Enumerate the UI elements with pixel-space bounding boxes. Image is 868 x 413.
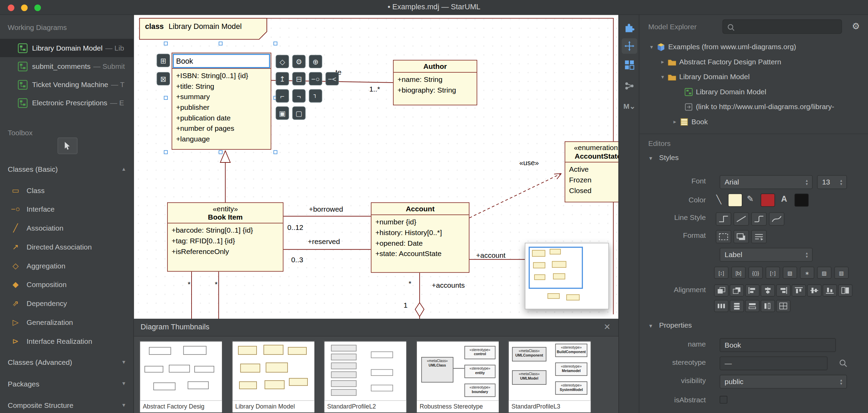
expand-arrow-icon[interactable]: ▾ [648, 44, 655, 50]
expand-arrow-icon[interactable]: ▾ [659, 74, 666, 80]
tool-dependency[interactable]: ⇗Dependency [0, 294, 134, 313]
format-toggle-1-button[interactable]: [↕] [714, 267, 729, 279]
attribute[interactable]: +name: String [398, 74, 473, 85]
distribute-horizontal-button[interactable] [714, 300, 729, 312]
quick-frame-button[interactable]: ▢ [292, 106, 306, 120]
quick-connector-2-button[interactable]: ⌐ [292, 89, 306, 103]
quick-style-button[interactable]: ◇ [276, 55, 289, 68]
search-input[interactable] [737, 21, 837, 33]
attribute[interactable]: +publication date [176, 113, 267, 123]
tree-item-hyperlink[interactable]: (link to http://www.uml-diagrams.org/lib… [639, 99, 868, 114]
format-toggle-2-button[interactable]: [b] [731, 267, 746, 279]
send-to-back-button[interactable] [730, 284, 744, 296]
properties-section-header[interactable]: ▼ Properties [648, 321, 692, 329]
line-style-oblique-button[interactable] [734, 212, 749, 226]
attribute[interactable]: +opened: Date [375, 238, 465, 248]
close-icon[interactable]: ✕ [604, 322, 610, 332]
expand-arrow-icon[interactable]: ▸ [659, 59, 666, 65]
attribute[interactable]: +barcode: String[0..1] {id} [172, 225, 279, 236]
snap-grid-button[interactable] [776, 300, 791, 312]
attribute[interactable]: +number of pages [176, 123, 267, 134]
same-height-button[interactable] [761, 300, 775, 312]
frame-label[interactable]: class Library Domain Model [145, 22, 242, 30]
selection-handle[interactable] [219, 150, 223, 154]
quick-add-port-button[interactable]: ⊞ [157, 54, 170, 67]
edge-multiplicity[interactable]: * [215, 280, 218, 288]
format-toggle-5-button[interactable]: ▧ [783, 267, 797, 279]
working-diagram-library-domain-model[interactable]: Library Domain Model — Lib [0, 39, 134, 57]
format-toggle-8-button[interactable]: ▥ [834, 267, 849, 279]
attribute[interactable]: +state: AccountState [375, 248, 465, 259]
uml-class-account[interactable]: Account +number {id} +history: History[0… [371, 202, 469, 273]
toolbox-section-composite-structure[interactable]: Composite Structure ▼ [0, 397, 134, 413]
format-toggle-3-button[interactable]: {()} [748, 267, 763, 279]
model-explorer-search[interactable] [723, 19, 842, 34]
extensions-button[interactable] [622, 19, 637, 35]
name-property-input[interactable] [720, 338, 836, 352]
thumbnail-robustness-stereotypes[interactable]: «metaClass» UMLClass «stereotype» contro… [416, 341, 499, 413]
line-style-rectilinear-button[interactable] [716, 212, 731, 226]
align-left-button[interactable] [745, 284, 760, 296]
quick-add-button[interactable]: ⊕ [309, 55, 322, 68]
selection-handle[interactable] [164, 96, 167, 100]
fill-color-swatch[interactable] [728, 193, 742, 207]
bring-to-front-button[interactable] [714, 284, 729, 296]
share-button[interactable] [622, 78, 637, 94]
markdown-button[interactable]: M⌄ [622, 98, 637, 114]
edge-label-account[interactable]: +account [476, 251, 506, 260]
tool-class[interactable]: ▭Class [0, 181, 134, 200]
tree-item-abstract-factory[interactable]: ▸ Abstract Factory Design Pattern [639, 54, 868, 69]
styles-section-header[interactable]: ▼ Styles [648, 153, 679, 162]
uml-enumeration-accountstate[interactable]: «enumeration» AccountState Active Frozen… [565, 141, 618, 202]
isabstract-checkbox[interactable] [720, 396, 728, 404]
tree-item-book-class[interactable]: ▸ Book [639, 114, 868, 129]
selection-handle[interactable] [273, 150, 277, 154]
quick-settings-button[interactable]: ⚙ [292, 55, 306, 68]
edge-multiplicity[interactable]: 1..* [369, 85, 380, 93]
spinner-icon[interactable]: ▲▼ [837, 177, 845, 188]
selection-handle[interactable] [273, 42, 277, 45]
attribute[interactable]: +language [176, 134, 267, 144]
quick-connector-3-button[interactable]: ⌐ [309, 89, 322, 103]
edge-multiplicity[interactable]: * [409, 279, 411, 288]
uml-class-book-item[interactable]: «entity» Book Item +barcode: String[0..1… [167, 202, 283, 272]
edge-multiplicity[interactable]: 0..12 [287, 223, 303, 232]
same-width-button[interactable] [745, 300, 760, 312]
enum-literal[interactable]: Frozen [569, 174, 618, 185]
diagram-overview-panel[interactable] [525, 243, 609, 309]
thumbnail-standardprofilel2[interactable]: StandardProfileL2 [324, 341, 407, 413]
tool-composition[interactable]: ◆Composition [0, 275, 134, 294]
attribute[interactable]: +isReferenceOnly [172, 246, 279, 257]
edge-label-borrowed[interactable]: +borrowed [309, 205, 343, 213]
quick-add-receptacle-button[interactable]: −< [326, 72, 339, 85]
edge-multiplicity[interactable]: 0..3 [291, 256, 303, 264]
working-diagram-electronic-prescriptions[interactable]: Electronic Prescriptions — E [0, 94, 134, 112]
uml-class-author[interactable]: Author +name: String +biography: String [393, 60, 477, 105]
tool-interface-realization[interactable]: ⊳Interface Realization [0, 331, 134, 350]
class-name-edit-input[interactable] [173, 54, 270, 68]
working-diagram-submit-comments[interactable]: submit_comments — Submit [0, 57, 134, 75]
align-top-button[interactable] [792, 284, 806, 296]
toolbox-section-classes-advanced[interactable]: Classes (Advanced) ▼ [0, 354, 134, 370]
format-shadow-button[interactable] [734, 230, 749, 243]
quick-copy-button[interactable]: ▣ [276, 106, 289, 120]
selection-handle[interactable] [164, 42, 167, 45]
edge-label-reserved[interactable]: +reserved [308, 237, 340, 245]
edge-label-accounts[interactable]: +accounts [432, 281, 465, 289]
toolbox-section-packages[interactable]: Packages ▼ [0, 375, 134, 392]
align-middle-button[interactable] [807, 284, 822, 296]
quick-add-attribute-button[interactable]: ↥ [276, 72, 289, 85]
diagram-canvas[interactable]: class Library Domain Model +ISBN: String… [134, 15, 618, 319]
tool-association[interactable]: ╱Association [0, 219, 134, 237]
quick-add-interface-button[interactable]: −○ [309, 72, 322, 85]
expand-arrow-icon[interactable]: ▸ [672, 119, 678, 125]
distribute-vertical-button[interactable] [730, 300, 744, 312]
attribute[interactable]: +number {id} [375, 217, 465, 227]
thumbnail-standardprofilel3[interactable]: «metaClass» UMLComponent «metaClass» UML… [508, 341, 591, 413]
attribute[interactable]: +publisher [176, 102, 267, 113]
stereotype-property-input[interactable] [720, 357, 828, 370]
quick-connector-1-button[interactable]: ⌐ [276, 89, 289, 103]
tool-directed-association[interactable]: ↗Directed Association [0, 237, 134, 256]
font-family-select[interactable]: Arial ▲▼ [720, 175, 813, 189]
attribute[interactable]: +history: History[0..*] [375, 227, 465, 238]
